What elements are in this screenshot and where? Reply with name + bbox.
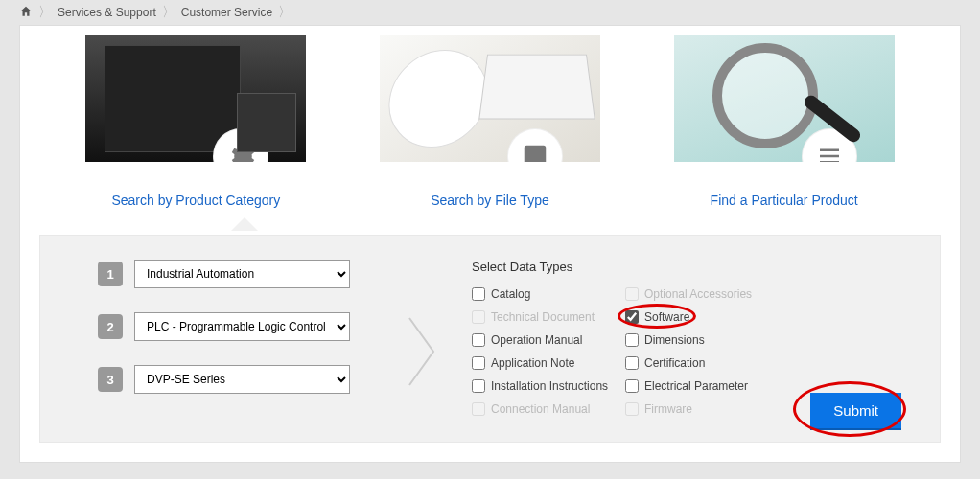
checkbox-optional-accessories: Optional Accessories	[625, 287, 779, 301]
select-step-2[interactable]: PLC - Programmable Logic Control	[134, 312, 350, 341]
checkbox-input	[625, 287, 639, 301]
card-file-type[interactable]: Search by File Type	[380, 35, 600, 208]
card-image-products	[85, 35, 306, 162]
select-step-3[interactable]: DVP-SE Series	[134, 365, 350, 394]
search-mode-cards: Search by Product Category Search by Fil…	[20, 26, 960, 208]
card-find-product[interactable]: Find a Particular Product	[674, 35, 895, 208]
checkbox-input[interactable]	[625, 356, 639, 370]
document-icon	[508, 129, 562, 162]
checkbox-input[interactable]	[472, 379, 485, 393]
list-icon	[803, 129, 856, 162]
card-product-category[interactable]: Search by Product Category	[85, 35, 306, 208]
submit-button[interactable]: Submit	[810, 393, 901, 428]
checkbox-input	[625, 402, 639, 416]
chevron-right-icon	[405, 313, 443, 393]
checkbox-operation-manual[interactable]: Operation Manual	[472, 333, 625, 347]
step-number-1: 1	[98, 262, 123, 286]
checkbox-catalog[interactable]: Catalog	[472, 287, 625, 301]
select-step-1[interactable]: Industrial Automation	[134, 260, 350, 288]
step-number-3: 3	[98, 367, 123, 392]
checkbox-dimensions[interactable]: Dimensions	[625, 333, 779, 347]
checkbox-input	[472, 402, 485, 416]
checkbox-input[interactable]	[472, 356, 485, 370]
checkbox-certification[interactable]: Certification	[625, 356, 779, 370]
card-title: Search by File Type	[431, 193, 548, 208]
checkbox-input[interactable]	[625, 310, 639, 324]
filter-form: 1 Industrial Automation 2 PLC - Programm…	[39, 235, 941, 443]
checkbox-electrical-parameter[interactable]: Electrical Parameter	[625, 379, 779, 393]
card-title: Find a Particular Product	[711, 193, 858, 208]
checkbox-firmware: Firmware	[625, 402, 779, 416]
checkbox-connection-manual: Connection Manual	[472, 402, 625, 416]
card-title: Search by Product Category	[111, 193, 280, 208]
checkbox-technical-document: Technical Document	[472, 310, 625, 324]
checkbox-installation-instructions[interactable]: Installation Instructions	[472, 379, 625, 393]
main-panel: Search by Product Category Search by Fil…	[19, 25, 961, 463]
gear-icon	[214, 129, 268, 162]
checkbox-software[interactable]: Software	[625, 310, 779, 324]
step-selectors: 1 Industrial Automation 2 PLC - Programm…	[98, 260, 376, 418]
checkbox-input[interactable]	[625, 379, 639, 393]
checkbox-input[interactable]	[472, 287, 485, 301]
active-card-indicator	[20, 217, 960, 235]
step-number-2: 2	[98, 314, 123, 339]
checkbox-application-note[interactable]: Application Note	[472, 356, 625, 370]
card-image-find	[674, 35, 895, 162]
checkbox-input[interactable]	[625, 333, 639, 347]
home-icon[interactable]	[19, 5, 33, 21]
data-types-heading: Select Data Types	[472, 260, 911, 274]
breadcrumb-link-customer-service[interactable]: Customer Service	[181, 6, 272, 19]
card-image-files	[380, 35, 600, 162]
checkbox-input	[472, 310, 485, 324]
breadcrumb: 〉 Services & Support 〉 Customer Service …	[0, 0, 980, 25]
checkbox-input[interactable]	[472, 333, 485, 347]
breadcrumb-link-services[interactable]: Services & Support	[58, 6, 156, 19]
